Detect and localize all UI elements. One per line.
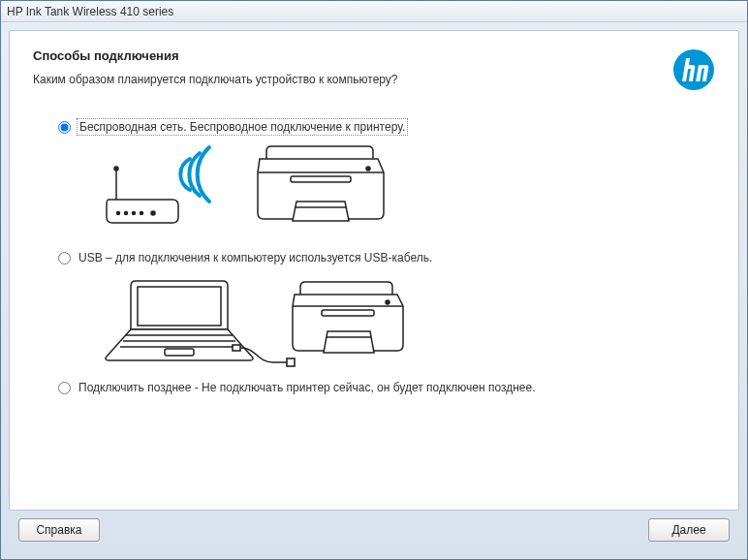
window-title: HP Ink Tank Wireless 410 series [7,5,173,18]
svg-rect-20 [322,310,374,316]
svg-point-22 [386,300,390,304]
svg-point-5 [133,212,136,215]
wireless-illustration [97,143,715,233]
option-later[interactable]: Подключить позднее - Не подключать принт… [58,380,715,395]
svg-point-11 [366,167,370,171]
header-row: Способы подключения Каким образом планир… [33,48,715,91]
svg-rect-9 [291,176,351,182]
content-wrap: Способы подключения Каким образом планир… [1,22,747,559]
radio-usb[interactable] [58,252,71,264]
svg-point-6 [140,212,143,215]
svg-point-3 [117,212,120,215]
connection-options: Беспроводная сеть. Беспроводное подключе… [33,118,715,403]
header-text: Способы подключения Каким образом планир… [33,48,398,86]
option-usb[interactable]: USB – для подключения к компьютеру испол… [58,250,715,265]
svg-point-2 [114,167,118,171]
svg-rect-12 [138,287,221,326]
page-subtitle: Каким образом планируется подключать уст… [33,73,398,86]
radio-later[interactable] [58,382,71,394]
option-later-label: Подключить позднее - Не подключать принт… [77,380,538,395]
option-wireless-label: Беспроводная сеть. Беспроводное подключе… [77,118,408,136]
installer-window: HP Ink Tank Wireless 410 series Способы … [0,0,748,560]
content-panel: Способы подключения Каким образом планир… [9,30,739,511]
option-wireless[interactable]: Беспроводная сеть. Беспроводное подключе… [58,118,715,136]
svg-rect-13 [165,349,194,356]
page-title: Способы подключения [33,48,398,63]
hp-logo-icon [672,48,715,91]
next-button[interactable]: Далее [648,518,730,542]
titlebar: HP Ink Tank Wireless 410 series [1,1,747,22]
footer: Справка Далее [9,511,739,551]
svg-point-7 [151,211,155,215]
svg-rect-18 [287,358,295,366]
help-button[interactable]: Справка [18,518,100,542]
usb-illustration [97,273,715,370]
option-usb-label: USB – для подключения к компьютеру испол… [77,250,434,265]
svg-rect-17 [233,345,240,351]
svg-point-4 [125,212,128,215]
radio-wireless[interactable] [58,121,71,134]
